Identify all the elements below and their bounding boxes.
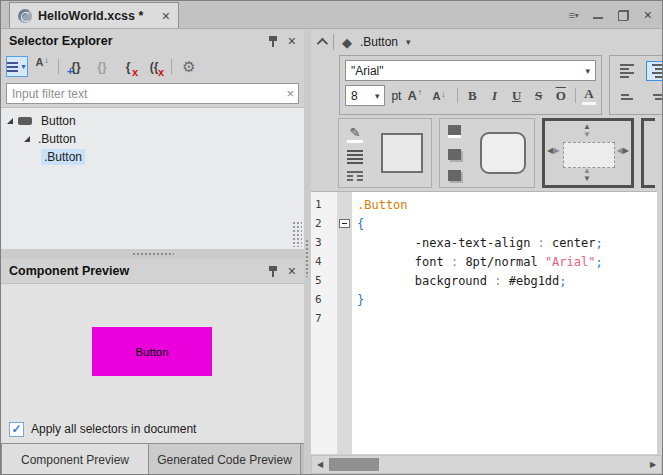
- line-number: 6: [311, 293, 337, 306]
- border-preview-box[interactable]: [381, 133, 423, 173]
- padding-bottom-arrows[interactable]: ▲▼: [583, 167, 591, 183]
- border-lines-icon[interactable]: [347, 150, 367, 164]
- scroll-left-icon[interactable]: ◀: [312, 460, 328, 469]
- font-family-combo[interactable]: "Arial" ▾: [345, 60, 596, 81]
- application-window: HelloWorld.xcss * × ≡▾ × Selector Explor…: [0, 0, 663, 475]
- expander-icon[interactable]: [7, 118, 13, 124]
- valign-middle-button[interactable]: [646, 87, 662, 107]
- preview-button-label: Button: [135, 346, 168, 358]
- tab-component-preview[interactable]: Component Preview: [1, 444, 149, 475]
- unit-label: pt: [391, 89, 401, 103]
- code-text: background : #ebg1dd;: [352, 274, 567, 288]
- code-line-4[interactable]: 4 font : 8pt/normal "Arial";: [311, 252, 657, 271]
- panel-title: Selector Explorer: [9, 34, 113, 48]
- padding-editor-box[interactable]: ▲▼ ▲▼ ◀▶ ◀▶: [542, 118, 634, 188]
- horizontal-scrollbar[interactable]: ◀ ▶: [311, 455, 662, 474]
- strikethrough-button[interactable]: S: [531, 88, 547, 104]
- sort-by-name-button[interactable]: A↓: [32, 56, 52, 77]
- panel-close-icon[interactable]: ×: [288, 264, 296, 278]
- add-selector-button[interactable]: {} +: [65, 56, 87, 77]
- code-line-1[interactable]: 1.Button: [311, 195, 657, 214]
- padding-right-arrows[interactable]: ◀▶: [617, 147, 629, 155]
- scroll-right-icon[interactable]: ▶: [645, 460, 661, 469]
- fold-collapse-icon[interactable]: [339, 219, 350, 228]
- code-line-7[interactable]: 7: [311, 309, 657, 328]
- fill-style-icon[interactable]: [448, 125, 461, 138]
- apply-selectors-checkbox[interactable]: ✓: [9, 422, 24, 437]
- selector-diamond-icon: ◆: [342, 35, 352, 50]
- overline-button[interactable]: O: [553, 88, 569, 104]
- code-line-6[interactable]: 6}: [311, 290, 657, 309]
- align-center-icon: [652, 64, 662, 78]
- line-number: 7: [311, 312, 337, 325]
- component-preview-header: Component Preview ×: [1, 259, 304, 283]
- border-style-group[interactable]: ✎: [338, 118, 432, 188]
- rounded-border-preview-box[interactable]: [480, 132, 526, 174]
- delete-unused-selector-button[interactable]: ({ x: [143, 56, 165, 77]
- underline-button[interactable]: U: [509, 88, 525, 104]
- increase-font-button[interactable]: A↑: [407, 88, 426, 103]
- preview-tab-bar: Component Preview Generated Code Preview: [1, 443, 304, 475]
- window-list-icon[interactable]: ≡▾: [568, 9, 577, 21]
- pin-icon[interactable]: [268, 265, 278, 277]
- preview-button[interactable]: Button: [92, 327, 212, 376]
- expander-icon[interactable]: [24, 136, 30, 142]
- code-line-2[interactable]: 2{: [311, 214, 657, 233]
- collapse-chevron-icon[interactable]: [317, 38, 328, 49]
- scrollbar-thumb[interactable]: [329, 458, 379, 471]
- text-align-panel: [609, 55, 662, 115]
- close-icon[interactable]: ×: [644, 9, 652, 21]
- filter-input[interactable]: [6, 83, 299, 104]
- pin-icon[interactable]: [268, 35, 278, 47]
- edit-pencil-icon[interactable]: ✎: [347, 125, 363, 143]
- align-left-icon: [620, 64, 634, 78]
- filter-row: ×: [1, 80, 304, 107]
- tree-item-dot-Button[interactable]: .Button: [1, 148, 304, 166]
- code-line-5[interactable]: 5 background : #ebg1dd;: [311, 271, 657, 290]
- padding-left-arrows[interactable]: ◀▶: [547, 147, 559, 155]
- font-panel: "Arial" ▾ 8 ▾ pt A↑ A↓: [339, 55, 602, 115]
- padding-top-arrows[interactable]: ▲▼: [583, 123, 591, 139]
- clear-filter-icon[interactable]: ×: [286, 86, 294, 101]
- italic-button[interactable]: I: [486, 88, 502, 104]
- vertical-splitter[interactable]: [304, 29, 311, 475]
- delete-selector-button[interactable]: { x: [117, 56, 139, 77]
- valign-top-button[interactable]: [614, 87, 640, 107]
- resize-grip[interactable]: [292, 221, 302, 247]
- toolbar-separator: [58, 59, 59, 74]
- horizontal-splitter[interactable]: [1, 249, 304, 259]
- tree-item-Button[interactable]: Button: [1, 112, 304, 130]
- current-selector-name: .Button: [360, 35, 398, 49]
- minimize-icon[interactable]: [593, 9, 603, 21]
- dashed-lines-icon[interactable]: [347, 171, 367, 181]
- style-preview-strip: ✎ ▲▼ ▲▼: [311, 118, 662, 188]
- padding-inner-rect[interactable]: [563, 142, 615, 168]
- code-line-3[interactable]: 3 -nexa-text-align : center;: [311, 233, 657, 252]
- chevron-down-icon: ▾: [585, 66, 590, 76]
- panel-close-icon[interactable]: ×: [288, 34, 296, 48]
- line-number: 1: [311, 198, 337, 211]
- font-format-row: "Arial" ▾ 8 ▾ pt A↑ A↓: [311, 55, 662, 115]
- align-left-button[interactable]: [614, 61, 640, 81]
- selector-dropdown-icon[interactable]: ▾: [406, 37, 411, 47]
- shadow-style-icon[interactable]: [448, 170, 461, 181]
- align-center-button[interactable]: [646, 61, 662, 81]
- font-size-combo[interactable]: 8 ▾: [345, 85, 385, 106]
- restore-icon[interactable]: [618, 10, 629, 21]
- tab-close-icon[interactable]: ×: [162, 9, 170, 23]
- splitter-grip: [305, 239, 310, 277]
- tab-generated-code-preview[interactable]: Generated Code Preview: [149, 444, 301, 475]
- settings-gear-icon[interactable]: ⚙: [178, 56, 200, 77]
- document-tab[interactable]: HelloWorld.xcss * ×: [9, 2, 179, 28]
- font-color-button[interactable]: A: [582, 86, 596, 105]
- zoom-style-icon[interactable]: [448, 149, 461, 160]
- chevron-down-icon: ▾: [375, 91, 380, 101]
- code-editor[interactable]: 1.Button2{3 -nexa-text-align : center;4 …: [311, 191, 657, 454]
- corner-style-group[interactable]: [439, 118, 535, 188]
- sort-order-button[interactable]: ▼: [6, 56, 28, 77]
- code-text: {: [352, 217, 364, 231]
- tree-item-dot-Button[interactable]: .Button: [1, 130, 304, 148]
- bold-button[interactable]: B: [464, 88, 480, 104]
- decrease-font-button[interactable]: A↓: [432, 90, 451, 102]
- sort-order-icon: [7, 62, 18, 72]
